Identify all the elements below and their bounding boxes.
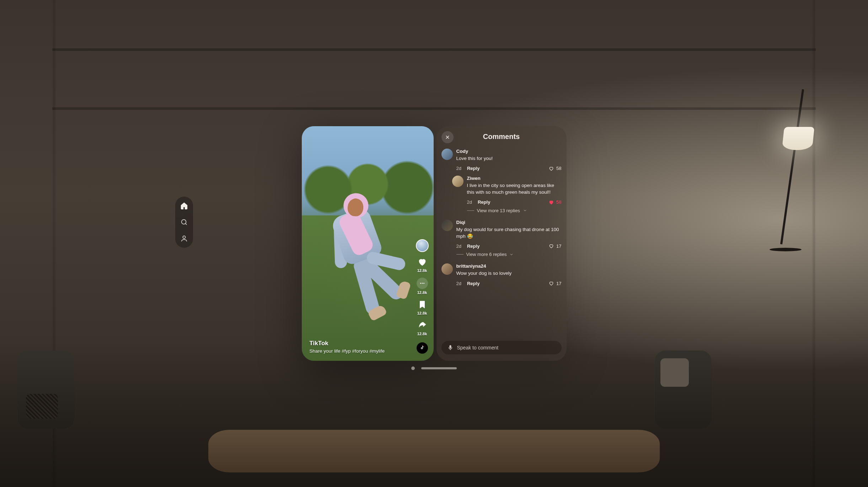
commenter-name[interactable]: Ziwen <box>467 176 562 181</box>
heart-filled-icon <box>548 199 554 205</box>
side-nav-rail <box>175 197 193 248</box>
heart-outline-icon <box>548 280 554 286</box>
video-author[interactable]: TikTok <box>310 340 412 347</box>
view-more-replies-button[interactable]: View more 13 replies <box>441 207 562 217</box>
video-caption: Share your life #fyp #foryou #mylife <box>310 348 412 354</box>
share-icon <box>417 320 427 330</box>
comment-meta: 2d Reply 58 <box>441 163 562 173</box>
svg-point-0 <box>182 219 186 224</box>
comment-input-placeholder: Speak to comment <box>457 345 499 350</box>
comment-like-count: 58 <box>556 166 561 171</box>
close-icon <box>445 134 450 140</box>
comment-input[interactable]: Speak to comment <box>441 341 562 354</box>
comment-item: Diqi My dog would for sure chasing that … <box>441 217 562 241</box>
comment-like-button[interactable]: 58 <box>548 199 561 205</box>
search-icon <box>180 218 188 226</box>
view-more-label: View more 6 replies <box>466 252 507 257</box>
sofa-right-decor <box>655 350 712 429</box>
heart-outline-icon <box>548 243 554 249</box>
comments-list[interactable]: Cody Love this for you! 2d Reply 58 <box>436 144 567 337</box>
comment-text: My dog would for sure chasing that drone… <box>456 226 562 240</box>
comments-title: Comments <box>443 133 560 141</box>
svg-point-3 <box>422 283 423 284</box>
nav-home-button[interactable] <box>179 201 189 211</box>
comment-like-count: 17 <box>556 281 561 286</box>
avatar-icon <box>416 239 429 252</box>
floor-lamp-decor <box>777 88 816 251</box>
reply-button[interactable]: Reply <box>467 244 479 249</box>
video-action-rail: 12.8k 12.8k 12.8k <box>416 239 429 354</box>
commenter-avatar[interactable] <box>452 176 464 187</box>
save-button[interactable]: 12.8k <box>417 300 427 315</box>
commenter-avatar[interactable] <box>441 149 453 160</box>
window-grabber[interactable] <box>411 366 457 370</box>
comment-icon <box>417 278 428 289</box>
view-more-label: View more 13 replies <box>477 208 520 213</box>
reply-button[interactable]: Reply <box>467 166 479 171</box>
like-count: 12.8k <box>417 268 427 273</box>
microphone-icon <box>447 344 454 351</box>
comment-reply-item: Ziwen I live in the city so seeing open … <box>452 173 562 197</box>
comment-like-count: 58 <box>556 199 561 205</box>
close-comments-button[interactable] <box>441 131 454 143</box>
view-more-replies-button[interactable]: View more 6 replies <box>441 250 562 261</box>
dash-icon <box>456 254 464 255</box>
coffee-table-decor <box>208 430 660 472</box>
comment-time: 2d <box>467 199 472 205</box>
commenter-avatar[interactable] <box>441 263 453 275</box>
dash-icon <box>467 210 474 211</box>
commenter-avatar[interactable] <box>441 220 453 231</box>
nav-profile-button[interactable] <box>179 234 189 244</box>
comment-like-count: 17 <box>556 244 561 249</box>
comment-text: I live in the city so seeing open areas … <box>467 182 562 196</box>
comments-panel: Comments Cody Love this for you! 2d Repl… <box>436 126 567 361</box>
comment-like-button[interactable]: 17 <box>548 243 561 249</box>
comment-text: Love this for you! <box>456 155 562 162</box>
save-count: 12.8k <box>417 311 427 315</box>
comment-item: Cody Love this for you! <box>441 146 562 163</box>
tiktok-icon <box>419 345 425 351</box>
grabber-dot-icon <box>411 366 415 370</box>
comment-text: Wow your dog is so lovely <box>456 270 562 277</box>
svg-point-2 <box>420 283 421 284</box>
profile-icon <box>180 235 188 242</box>
comment-item: brittaniyna24 Wow your dog is so lovely <box>441 261 562 278</box>
share-button[interactable]: 12.8k <box>417 320 427 336</box>
chevron-down-icon <box>523 208 527 213</box>
home-icon <box>180 202 188 210</box>
comments-button[interactable]: 12.8k <box>417 278 428 295</box>
comment-time: 2d <box>456 244 461 249</box>
like-button[interactable]: 12.8k <box>417 257 427 273</box>
video-caption-overlay: TikTok Share your life #fyp #foryou #myl… <box>310 340 412 354</box>
comment-input-container: Speak to comment <box>436 337 567 361</box>
commenter-name[interactable]: Diqi <box>456 220 562 225</box>
comment-like-button[interactable]: 17 <box>548 280 561 286</box>
heart-outline-icon <box>548 166 554 171</box>
basket-decor <box>26 394 58 419</box>
commenter-name[interactable]: brittaniyna24 <box>456 263 562 269</box>
heart-icon <box>417 257 427 267</box>
nav-search-button[interactable] <box>179 217 189 227</box>
share-count: 12.8k <box>417 332 427 336</box>
svg-point-1 <box>183 236 186 238</box>
room-background: TikTok Share your life #fyp #foryou #myl… <box>0 0 868 487</box>
chevron-down-icon <box>509 252 514 257</box>
comment-meta: 2d Reply 17 <box>441 240 562 250</box>
video-card[interactable]: TikTok Share your life #fyp #foryou #myl… <box>302 126 434 361</box>
comment-time: 2d <box>456 166 461 171</box>
creator-avatar-button[interactable] <box>416 239 429 252</box>
app-window: TikTok Share your life #fyp #foryou #myl… <box>302 126 567 361</box>
svg-rect-5 <box>449 345 451 348</box>
reply-button[interactable]: Reply <box>467 281 479 286</box>
comment-meta: 2d Reply 17 <box>441 278 562 288</box>
grabber-bar-icon <box>421 367 457 369</box>
comment-like-button[interactable]: 58 <box>548 166 561 171</box>
bookmark-icon <box>417 300 427 310</box>
comments-header: Comments <box>436 126 567 144</box>
comment-meta: 2d Reply 58 <box>441 197 562 207</box>
comment-time: 2d <box>456 281 461 286</box>
reply-button[interactable]: Reply <box>478 199 490 205</box>
sound-disc-button[interactable] <box>417 342 428 354</box>
comment-count: 12.8k <box>417 290 427 295</box>
commenter-name[interactable]: Cody <box>456 149 562 154</box>
